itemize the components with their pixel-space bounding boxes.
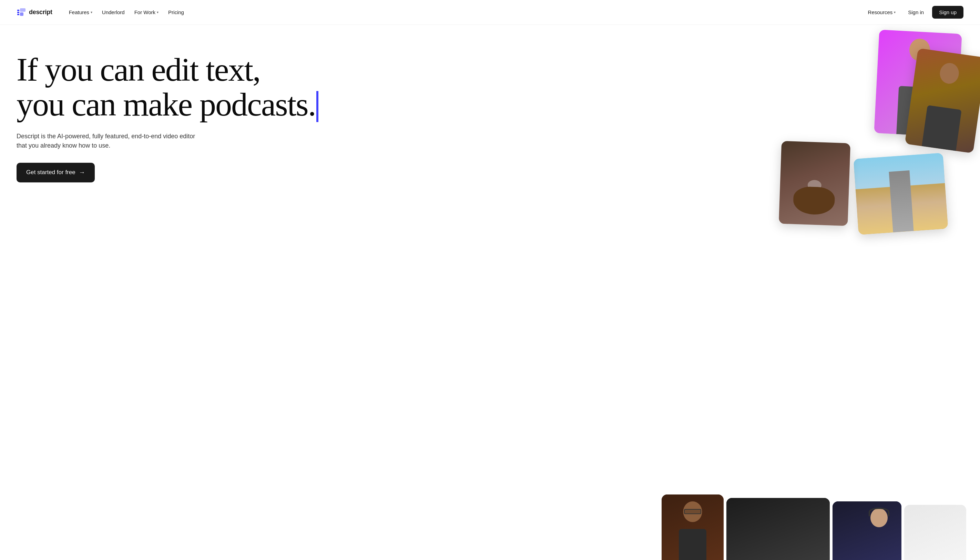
navigation: descript Features ▾ Underlord For Work ▾…: [0, 0, 980, 25]
desert-sky: [854, 153, 945, 193]
hero-headline: If you can edit text, you can make podca…: [17, 52, 537, 122]
logo-text: descript: [29, 8, 52, 16]
person-silhouette-1: [874, 30, 962, 137]
text-cursor: [316, 91, 318, 122]
features-label: Features: [69, 9, 89, 15]
svg-rect-3: [20, 8, 25, 12]
strip-person-body-1: [679, 529, 706, 560]
desert-road: [889, 170, 914, 232]
nav-item-underlord[interactable]: Underlord: [98, 7, 129, 18]
strip-card-4-content: [904, 505, 966, 560]
nav-item-for-work[interactable]: For Work ▾: [130, 7, 163, 18]
hero-images: [490, 25, 980, 560]
descript-logo-icon: [17, 8, 26, 17]
person-body-1: [896, 86, 937, 136]
strip-card-3-content: [832, 502, 902, 560]
nav-left: descript Features ▾ Underlord For Work ▾…: [17, 7, 188, 18]
cta-button[interactable]: Get started for free →: [17, 163, 95, 182]
hero-content: If you can edit text, you can make podca…: [17, 52, 537, 182]
food-bowl: [793, 186, 835, 215]
hero-image-card-4: [779, 141, 850, 226]
headline-line2: you can make podcasts.: [17, 86, 318, 123]
strip-person-1: [662, 495, 724, 560]
food-steam: [807, 180, 822, 190]
strip-person-head-3: [870, 508, 888, 527]
strip-person-glasses: [684, 509, 701, 514]
strip-card-3: [832, 502, 902, 560]
features-chevron-icon: ▾: [91, 10, 92, 14]
underlord-label: Underlord: [102, 9, 125, 15]
person-body-2: [922, 105, 962, 151]
svg-rect-0: [17, 10, 19, 11]
resources-label: Resources: [868, 9, 893, 15]
hero-image-card-3: [854, 153, 948, 235]
strip-card-2-content: [726, 498, 830, 560]
pricing-label: Pricing: [168, 9, 184, 15]
nav-item-features[interactable]: Features ▾: [65, 7, 96, 18]
nav-right: Resources ▾ Sign in Sign up: [864, 6, 963, 18]
nav-item-resources[interactable]: Resources ▾: [864, 7, 900, 18]
svg-rect-4: [20, 12, 23, 16]
nav-item-pricing[interactable]: Pricing: [164, 7, 188, 18]
logo[interactable]: descript: [17, 8, 52, 17]
hero-image-strip: [662, 491, 980, 560]
for-work-label: For Work: [135, 9, 155, 15]
signin-button[interactable]: Sign in: [902, 7, 929, 18]
strip-person-head-1: [683, 502, 702, 522]
headline-line1: If you can edit text,: [17, 51, 260, 88]
svg-rect-2: [17, 14, 19, 15]
nav-links: Features ▾ Underlord For Work ▾ Pricing: [65, 7, 188, 18]
strip-card-1: [662, 495, 724, 560]
desert-ground: [855, 183, 948, 235]
headphones-icon: [869, 508, 889, 516]
strip-card-2: [726, 498, 830, 560]
person-head-1: [909, 38, 930, 62]
cta-arrow-icon: →: [79, 169, 85, 176]
for-work-chevron-icon: ▾: [157, 10, 158, 14]
hero-section: If you can edit text, you can make podca…: [0, 25, 980, 560]
svg-rect-1: [17, 12, 19, 13]
person-head-2: [938, 62, 960, 85]
hero-subtitle: Descript is the AI-powered, fully featur…: [17, 132, 196, 150]
hero-image-card-1: [874, 30, 962, 137]
cta-label: Get started for free: [26, 169, 75, 176]
person-silhouette-2: [905, 48, 980, 153]
hero-image-card-2: [905, 48, 980, 153]
signup-button[interactable]: Sign up: [932, 6, 963, 18]
strip-card-4: [904, 505, 966, 560]
resources-chevron-icon: ▾: [894, 10, 895, 14]
